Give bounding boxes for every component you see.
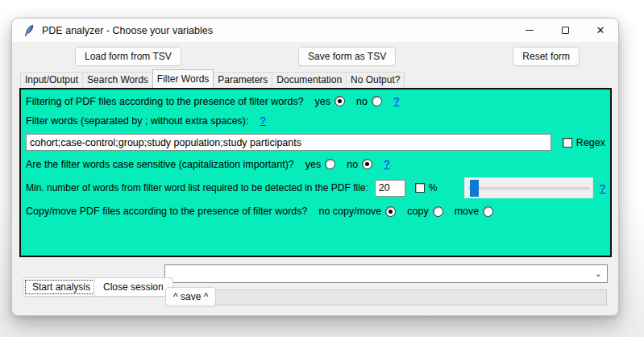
chevron-down-icon[interactable]: ⌄ xyxy=(589,268,607,279)
min-words-help-link[interactable]: ? xyxy=(600,182,605,194)
tab-bar: Input/Output Search Words Filter Words P… xyxy=(12,69,618,88)
regex-label: Regex xyxy=(576,137,605,148)
tab-filter-words[interactable]: Filter Words xyxy=(152,69,214,88)
filtering-no-radio[interactable] xyxy=(372,96,382,106)
filter-words-input-row: Regex xyxy=(26,134,605,151)
move-label: move xyxy=(455,206,480,217)
slider-handle[interactable] xyxy=(470,180,479,197)
case-sensitive-label: Are the filter words case sensitive (cap… xyxy=(26,159,294,170)
filtering-yes-label: yes xyxy=(315,96,330,107)
app-window: PDE analyzer - Choose your variables ✕ L… xyxy=(11,18,619,316)
close-session-button[interactable]: Close session xyxy=(93,277,173,297)
min-words-input[interactable] xyxy=(375,180,405,197)
load-form-button[interactable]: Load form from TSV xyxy=(75,47,181,66)
filtering-yes-radio[interactable] xyxy=(334,96,345,106)
save-form-button[interactable]: Save form as TSV xyxy=(298,47,396,66)
min-words-label: Min. number of words from filter word li… xyxy=(26,182,368,193)
case-no-radio[interactable] xyxy=(362,159,372,169)
filter-words-label: Filter words (separated by ; without ext… xyxy=(26,115,249,127)
copy-move-label: Copy/move PDF files according to the pre… xyxy=(26,206,307,217)
filtering-question-row: Filtering of PDF files according to the … xyxy=(26,95,605,107)
no-copy-move-radio[interactable] xyxy=(385,206,396,217)
min-words-slider[interactable] xyxy=(464,177,593,198)
filtering-no-label: no xyxy=(356,96,368,107)
filter-words-label-row: Filter words (separated by ; without ext… xyxy=(26,114,605,127)
save-button[interactable]: ^ save ^ xyxy=(165,287,216,306)
app-feather-icon xyxy=(23,24,35,37)
maximize-icon xyxy=(562,27,569,34)
minimize-icon xyxy=(526,30,534,31)
tab-search-words[interactable]: Search Words xyxy=(82,72,153,88)
close-button[interactable]: ✕ xyxy=(583,19,618,42)
window-title: PDE analyzer - Choose your variables xyxy=(42,25,213,36)
move-radio[interactable] xyxy=(483,206,493,217)
tab-input-output[interactable]: Input/Output xyxy=(20,72,83,88)
regex-option: Regex xyxy=(563,137,605,148)
case-sensitive-row: Are the filter words case sensitive (cap… xyxy=(26,158,605,170)
minimize-button[interactable] xyxy=(512,19,547,42)
min-words-row: Min. number of words from filter word li… xyxy=(26,177,605,198)
no-copy-move-label: no copy/move xyxy=(318,206,381,217)
copy-move-row: Copy/move PDF files according to the pre… xyxy=(26,206,605,217)
form-toolbar: Load form from TSV Save form as TSV Rese… xyxy=(12,43,618,69)
copy-radio[interactable] xyxy=(433,206,443,217)
case-no-label: no xyxy=(347,159,358,170)
progress-bar xyxy=(215,289,607,306)
tab-documentation[interactable]: Documentation xyxy=(272,72,347,88)
close-icon: ✕ xyxy=(596,25,605,35)
slider-groove xyxy=(468,187,589,190)
reset-form-button[interactable]: Reset form xyxy=(513,47,580,66)
regex-checkbox[interactable] xyxy=(563,138,572,148)
tab-no-output[interactable]: No Output? xyxy=(346,72,405,88)
case-yes-label: yes xyxy=(305,159,321,170)
percent-checkbox[interactable] xyxy=(415,183,425,193)
window-controls: ✕ xyxy=(512,19,618,42)
maximize-button[interactable] xyxy=(547,19,583,42)
session-combobox-input[interactable] xyxy=(165,265,589,282)
filtering-question-label: Filtering of PDF files according to the … xyxy=(26,96,304,107)
filter-words-input[interactable] xyxy=(26,134,551,151)
tab-parameters[interactable]: Parameters xyxy=(213,72,272,88)
title-bar: PDE analyzer - Choose your variables ✕ xyxy=(12,19,618,43)
filtering-help-link[interactable]: ? xyxy=(393,95,399,107)
filter-words-panel: Filtering of PDF files according to the … xyxy=(19,88,612,257)
case-yes-radio[interactable] xyxy=(325,159,335,169)
session-combobox[interactable]: ⌄ xyxy=(164,264,608,283)
filter-words-help-link[interactable]: ? xyxy=(260,114,266,127)
copy-label: copy xyxy=(407,206,428,217)
footer-bar: ⌄ Start analysis Close session ^ save ^ xyxy=(12,257,618,315)
percent-label: % xyxy=(429,182,438,193)
start-analysis-button[interactable]: Start analysis xyxy=(23,277,100,297)
case-sensitive-help-link[interactable]: ? xyxy=(384,158,389,170)
